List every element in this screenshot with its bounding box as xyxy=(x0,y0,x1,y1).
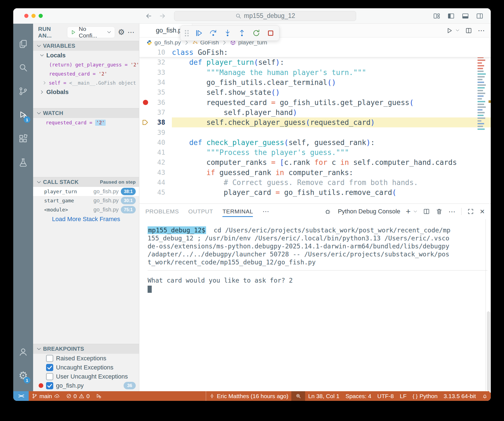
variable-row[interactable]: (return) get_player_guess = '2' xyxy=(33,60,139,69)
code-line[interactable]: 44 # Correct guess. Remove card from bot… xyxy=(139,178,491,187)
line-gutter[interactable]: 44 xyxy=(139,178,172,187)
breakpoint-row[interactable]: Raised Exceptions xyxy=(33,354,139,363)
line-gutter[interactable]: 40 xyxy=(139,138,172,148)
kill-terminal-icon[interactable] xyxy=(436,208,443,215)
activity-item-explorer[interactable] xyxy=(13,32,33,56)
close-panel-icon[interactable]: × xyxy=(480,207,485,216)
code-line-current[interactable]: 38 self.check_player_guess(requested_car… xyxy=(139,117,491,127)
problems-status-item[interactable]: 0 0 xyxy=(63,391,93,401)
split-terminal-icon[interactable] xyxy=(423,208,430,215)
breakpoint-row[interactable]: go_fish.py36 xyxy=(33,381,139,390)
code-line[interactable]: 34 go_fish_utils.clear_terminal() xyxy=(139,77,491,87)
remote-indicator[interactable]: >< xyxy=(13,391,29,401)
activity-item-testing[interactable] xyxy=(13,151,33,174)
toggle-primary-sidebar-icon[interactable] xyxy=(447,12,455,20)
notifications-bell[interactable] xyxy=(479,391,491,401)
breakpoint-checkbox[interactable] xyxy=(46,373,53,380)
watch-expression-row[interactable]: requested_card = '2' xyxy=(33,118,139,127)
breakpoint-checkbox[interactable] xyxy=(46,364,53,371)
editor-more-actions-icon[interactable]: ⋯ xyxy=(478,26,485,34)
code-line[interactable]: 43 if guessed_rank in computer_ranks: xyxy=(139,168,491,178)
debug-settings-gear-icon[interactable]: ⚙ xyxy=(118,28,125,36)
line-gutter[interactable]: 43 xyxy=(139,168,172,178)
panel-tab-terminal[interactable]: TERMINAL xyxy=(222,204,253,219)
activity-item-extensions[interactable] xyxy=(13,127,33,151)
activity-item-source-control[interactable] xyxy=(13,79,33,103)
launch-config-picker[interactable]: No Confi... xyxy=(67,26,115,38)
line-gutter[interactable]: 41 xyxy=(139,148,172,157)
indentation-status-item[interactable]: Spaces: 4 xyxy=(342,391,374,401)
toggle-secondary-sidebar-icon[interactable] xyxy=(476,12,484,20)
command-center-search[interactable]: mp155_debug_12 xyxy=(174,11,356,21)
breakpoint-glyph[interactable] xyxy=(139,100,151,105)
debug-restart-icon[interactable] xyxy=(252,29,260,37)
line-gutter[interactable]: 33 xyxy=(139,68,172,77)
customize-layout-icon[interactable] xyxy=(433,12,441,20)
line-gutter[interactable]: 36 xyxy=(139,97,172,107)
line-gutter[interactable]: 37 xyxy=(139,108,172,117)
chevron-down-icon[interactable] xyxy=(413,210,417,214)
panel-tab-output[interactable]: OUTPUT xyxy=(188,204,213,219)
panel-more-tabs-icon[interactable]: ⋯ xyxy=(262,208,270,215)
close-window-button[interactable] xyxy=(24,14,28,18)
code-line[interactable]: 32 def player_turn(self): xyxy=(139,57,491,67)
branch-status-item[interactable]: main xyxy=(29,391,63,401)
forward-icon[interactable] xyxy=(159,12,166,20)
encoding-status-item[interactable]: UTF-8 xyxy=(374,391,397,401)
breakpoint-checkbox[interactable] xyxy=(46,382,53,389)
line-gutter[interactable]: 45 xyxy=(139,187,172,197)
variable-row[interactable]: self = <__main__.GoFish object a… xyxy=(33,78,139,87)
activity-item-run-and-debug[interactable]: 1 xyxy=(13,103,33,127)
code-line[interactable]: 42 computer_ranks = [c.rank for c in sel… xyxy=(139,157,491,167)
breakpoints-header[interactable]: BREAKPOINTS xyxy=(33,344,139,354)
locals-tree-item[interactable]: Locals xyxy=(33,51,139,60)
cursor-position-status-item[interactable]: Ln 38, Col 1 xyxy=(305,391,342,401)
code-line[interactable]: 39 xyxy=(139,127,491,137)
line-gutter[interactable]: 35 xyxy=(139,87,172,97)
run-python-file-icon[interactable] xyxy=(446,27,453,34)
panel-tab-problems[interactable]: PROBLEMS xyxy=(145,204,179,219)
debug-step-over-icon[interactable] xyxy=(209,29,217,37)
code-line[interactable]: 10class GoFish: xyxy=(139,47,491,57)
stack-frame-row[interactable]: player_turngo_fish.py38:1 xyxy=(33,187,139,196)
maximize-panel-icon[interactable] xyxy=(467,208,474,215)
zoom-status-item[interactable] xyxy=(291,391,305,401)
split-editor-icon[interactable] xyxy=(465,27,472,34)
variables-header[interactable]: VARIABLES xyxy=(33,41,139,51)
minimize-window-button[interactable] xyxy=(31,14,36,18)
more-actions-icon[interactable]: ⋯ xyxy=(127,28,135,37)
line-gutter[interactable]: 10 xyxy=(139,47,172,57)
debug-status-item[interactable] xyxy=(93,391,105,401)
panel-scrollbar[interactable] xyxy=(487,311,490,391)
debug-stop-icon[interactable] xyxy=(266,29,275,37)
activity-item-accounts[interactable] xyxy=(13,340,33,364)
toolbar-drag-handle[interactable] xyxy=(185,30,189,36)
watch-header[interactable]: WATCH xyxy=(33,108,139,118)
breakpoint-checkbox[interactable] xyxy=(46,355,53,362)
code-line[interactable]: 45 player_card = go_fish_utils.remove_ca… xyxy=(139,187,491,197)
terminal-output[interactable]: mp155_debug_12$ cd /Users/eric/projects/… xyxy=(139,219,491,391)
code-line[interactable]: 37 self.player_hand) xyxy=(139,108,491,117)
python-runtime-status-item[interactable]: 3.13.5 64-bit xyxy=(441,391,479,401)
back-icon[interactable] xyxy=(145,12,153,20)
new-terminal-icon[interactable]: + xyxy=(406,207,411,216)
code-line[interactable]: 40 def check_player_guess(self, guessed_… xyxy=(139,138,491,148)
git-blame-status-item[interactable]: Eric Matthes (16 hours ago) xyxy=(206,391,291,401)
code-editor[interactable]: 10class GoFish: 32 def player_turn(self)… xyxy=(139,47,491,203)
language-status-item[interactable]: { }Python xyxy=(410,391,441,401)
code-line[interactable]: 41 """Process the player's guess.""" xyxy=(139,148,491,157)
line-gutter[interactable]: 39 xyxy=(139,127,172,137)
line-gutter[interactable]: 42 xyxy=(139,157,172,167)
code-line[interactable]: 35 self.show_state() xyxy=(139,87,491,97)
breakpoint-row[interactable]: User Uncaught Exceptions xyxy=(33,372,139,381)
debug-step-out-icon[interactable] xyxy=(238,29,246,37)
stack-frame-row[interactable]: start_gamego_fish.py30:1 xyxy=(33,196,139,205)
call-stack-header[interactable]: CALL STACK Paused on step xyxy=(33,177,139,187)
code-line[interactable]: 33 """Manage the human player's turn.""" xyxy=(139,68,491,77)
start-debug-icon[interactable] xyxy=(71,29,76,35)
chevron-down-icon[interactable] xyxy=(455,28,460,33)
debug-continue-icon[interactable] xyxy=(195,29,203,37)
line-gutter[interactable]: 38 xyxy=(139,117,172,127)
zoom-window-button[interactable] xyxy=(39,14,43,18)
globals-tree-item[interactable]: Globals xyxy=(33,87,139,97)
